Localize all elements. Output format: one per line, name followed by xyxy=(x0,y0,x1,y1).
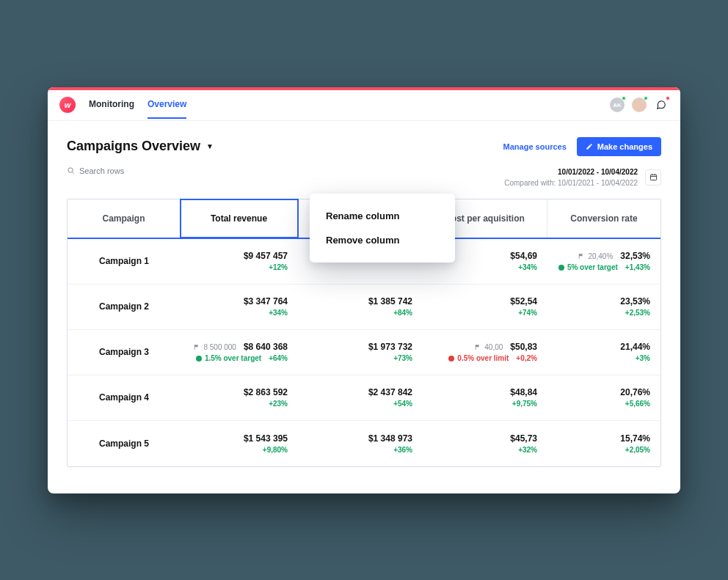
cell-delta: +9,80% xyxy=(263,446,288,454)
date-range: 10/01/2022 - 10/04/2022 xyxy=(504,166,638,177)
campaign-name[interactable]: Campaign 2 xyxy=(68,285,181,329)
make-changes-button[interactable]: Make changes xyxy=(577,137,661,156)
svg-rect-2 xyxy=(650,175,656,180)
table-cell: $45,73+32% xyxy=(423,421,547,466)
page-title[interactable]: Campaigns Overview ▼ xyxy=(67,139,214,154)
cell-value: $54,69 xyxy=(510,251,537,261)
cell-delta: +3% xyxy=(636,354,650,362)
date-range-block: 10/01/2022 - 10/04/2022 Compared with: 1… xyxy=(504,166,661,188)
campaigns-table: Campaign Total revenue Total spending Co… xyxy=(67,199,661,467)
notification-dot-icon xyxy=(666,96,670,100)
cell-value: $9 457 457 xyxy=(244,251,288,261)
cell-delta: +84% xyxy=(393,309,412,317)
table-cell: 20,76%+5,66% xyxy=(547,375,660,420)
table-cell: 15,74%+2,05% xyxy=(547,421,660,466)
flag-icon xyxy=(194,344,200,350)
user-avatar-initials[interactable]: AK xyxy=(610,98,625,112)
target-flag: 40,00 xyxy=(475,343,503,351)
table-cell: $52,54+74% xyxy=(423,285,547,329)
cell-value: $3 347 764 xyxy=(244,296,288,306)
table-row: Campaign 2 $3 347 764+34% $1 385 742+84%… xyxy=(68,285,660,330)
table-cell: $2 863 592+23% xyxy=(181,375,298,420)
topbar: w Monitoring Overview AK xyxy=(48,90,680,121)
cell-value: $52,54 xyxy=(510,296,537,306)
cell-delta: +12% xyxy=(269,263,288,271)
flag-icon xyxy=(475,344,481,350)
cell-delta: +0,2% xyxy=(516,354,537,362)
table-cell: 23,53%+2,53% xyxy=(547,285,660,329)
cell-delta: +1,43% xyxy=(625,263,650,271)
search-placeholder: Search rows xyxy=(79,166,124,175)
cell-value: $1 973 732 xyxy=(368,342,412,352)
calendar-icon xyxy=(649,173,658,181)
campaign-name[interactable]: Campaign 3 xyxy=(68,330,181,375)
cell-value: 15,74% xyxy=(620,433,650,444)
status-dot-icon xyxy=(558,265,564,271)
cell-value: $2 437 842 xyxy=(368,387,412,397)
make-changes-label: Make changes xyxy=(597,142,652,151)
manage-sources-link[interactable]: Manage sources xyxy=(503,142,567,151)
table-cell: $3 347 764+34% xyxy=(181,285,298,329)
cell-value: $1 348 973 xyxy=(368,433,412,444)
flag-icon xyxy=(578,253,585,260)
cell-delta: +2,53% xyxy=(625,309,650,317)
status-dot-icon xyxy=(622,96,626,100)
avatar-initials: AK xyxy=(613,102,622,109)
menu-remove-column[interactable]: Remove column xyxy=(310,228,455,252)
cell-value: $50,83 xyxy=(510,342,537,352)
cell-delta: +73% xyxy=(393,354,412,362)
status-dot-icon xyxy=(644,96,648,100)
menu-rename-column[interactable]: Rename column xyxy=(310,204,455,228)
cell-delta: +36% xyxy=(393,446,412,454)
cell-delta: +9,75% xyxy=(512,400,537,408)
calendar-button[interactable] xyxy=(645,169,661,186)
target-note: 1.5% over target xyxy=(196,354,261,362)
table-row: Campaign 5 $1 543 395+9,80% $1 348 973+3… xyxy=(68,421,660,466)
table-cell: 40,00$50,830.5% over limit+0,2% xyxy=(423,330,547,375)
user-avatar-photo[interactable] xyxy=(632,98,647,112)
cell-delta: +64% xyxy=(269,354,288,362)
table-cell: $1 973 732+73% xyxy=(298,330,423,375)
th-conversion-rate[interactable]: Conversion rate xyxy=(547,199,660,238)
cell-delta: +34% xyxy=(518,263,537,271)
cell-delta: +34% xyxy=(269,309,288,317)
table-wrap: Campaign Total revenue Total spending Co… xyxy=(48,199,680,493)
status-dot-icon xyxy=(196,356,202,361)
table-cell: $1 348 973+36% xyxy=(298,421,423,466)
caret-down-icon: ▼ xyxy=(206,142,214,150)
svg-line-1 xyxy=(73,172,74,174)
tab-monitoring[interactable]: Monitoring xyxy=(89,92,134,119)
table-row: Campaign 4 $2 863 592+23% $2 437 842+54%… xyxy=(68,375,660,421)
cell-value: $2 863 592 xyxy=(244,387,288,397)
th-total-revenue[interactable]: Total revenue xyxy=(181,199,298,238)
cell-value: $1 385 742 xyxy=(368,296,412,306)
target-note: 0.5% over limit xyxy=(448,354,509,362)
pencil-icon xyxy=(586,143,593,150)
tab-overview[interactable]: Overview xyxy=(148,92,186,119)
table-cell: 21,44%+3% xyxy=(547,330,660,375)
cell-delta: +2,05% xyxy=(625,446,650,454)
campaign-name[interactable]: Campaign 1 xyxy=(68,239,181,284)
chat-icon[interactable] xyxy=(654,98,669,112)
cell-value: 32,53% xyxy=(620,251,650,261)
cell-value: 21,44% xyxy=(620,342,650,352)
table-body: Campaign 1 $9 457 457+12% $54,69+34% 20,… xyxy=(68,239,660,466)
page-header: Campaigns Overview ▼ Manage sources Make… xyxy=(48,121,680,162)
cell-delta: +74% xyxy=(518,309,537,317)
page-title-text: Campaigns Overview xyxy=(67,139,200,154)
brand-logo[interactable]: w xyxy=(59,97,76,113)
table-row: Campaign 3 8 500 000$8 640 3681.5% over … xyxy=(68,330,660,375)
table-cell: $1 543 395+9,80% xyxy=(181,421,298,466)
table-cell: $1 385 742+84% xyxy=(298,285,423,329)
date-compared: Compared with: 10/01/2021 - 10/04/2022 xyxy=(504,177,638,188)
cell-delta: +23% xyxy=(269,400,288,408)
search-input[interactable]: Search rows xyxy=(67,166,124,175)
campaign-name[interactable]: Campaign 4 xyxy=(68,375,181,420)
cell-delta: +54% xyxy=(393,400,412,408)
campaign-name[interactable]: Campaign 5 xyxy=(68,421,181,466)
cell-value: $48,84 xyxy=(510,387,537,397)
target-flag: 20,40% xyxy=(578,252,613,260)
th-campaign[interactable]: Campaign xyxy=(68,199,181,238)
table-cell: 8 500 000$8 640 3681.5% over target+64% xyxy=(181,330,298,375)
cell-value: $45,73 xyxy=(510,433,537,444)
